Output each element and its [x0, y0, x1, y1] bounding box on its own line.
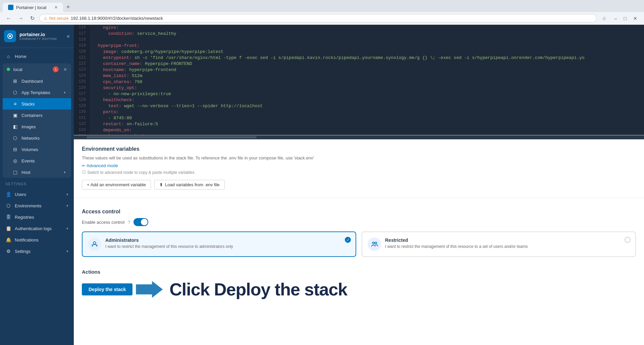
env-close-btn[interactable]: ✕: [63, 67, 67, 72]
sidebar-item-users[interactable]: 👤 Users ▾: [0, 189, 74, 200]
logo-area: portainer.io COMMUNITY EDITION «: [0, 25, 74, 48]
code-line: 132 restart: on-failure:5: [74, 121, 644, 127]
line-content: hostname: hyperpipe-frontend: [90, 67, 644, 73]
svg-point-3: [93, 242, 96, 244]
line-content: security_opt:: [90, 85, 644, 91]
code-line: 127 - no-new-privileges:true: [74, 91, 644, 97]
env-header[interactable]: local 1 ✕: [3, 63, 71, 75]
back-btn[interactable]: ←: [4, 15, 13, 22]
admin-radio[interactable]: [345, 237, 351, 243]
sidebar: portainer.io COMMUNITY EDITION « ⌂ Home …: [0, 25, 74, 345]
sidebar-settings-label: Settings: [15, 249, 31, 254]
code-line: 118: [74, 37, 644, 43]
tab-close-btn[interactable]: ✕: [54, 5, 58, 10]
sidebar-notifications-label: Notifications: [15, 237, 39, 243]
add-env-var-btn[interactable]: + Add an environment variable: [82, 180, 151, 190]
line-content: - 8745:80: [90, 115, 644, 121]
code-editor[interactable]: 116 nginx:117 condition: service_healthy…: [74, 25, 644, 135]
restricted-radio[interactable]: [625, 237, 631, 243]
line-number: 127: [74, 91, 90, 97]
users-icon: 👤: [5, 192, 11, 197]
sidebar-item-notifications[interactable]: 🔔 Notifications: [0, 234, 74, 246]
line-content: [90, 37, 644, 43]
forward-btn[interactable]: →: [16, 15, 25, 22]
networks-icon: ⬡: [12, 135, 18, 141]
line-content: cpu_shares: 768: [90, 79, 644, 85]
new-tab-btn[interactable]: +: [63, 2, 73, 12]
users-chevron: ▾: [66, 192, 68, 197]
sidebar-collapse-btn[interactable]: «: [67, 33, 70, 39]
horizontal-scrollbar[interactable]: [74, 135, 644, 139]
access-control-toggle[interactable]: [133, 218, 148, 226]
line-number: 116: [74, 25, 90, 31]
registries-icon: 🗄: [5, 214, 11, 220]
maximize-btn[interactable]: □: [621, 15, 629, 22]
env-local-label: local: [13, 67, 22, 72]
line-number: 125: [74, 79, 90, 85]
sidebar-item-volumes[interactable]: ⊟ Volumes: [3, 144, 71, 155]
sidebar-stacks-label: Stacks: [21, 101, 35, 107]
sidebar-item-stacks[interactable]: ≡ Stacks: [3, 98, 71, 110]
logo-icon: [4, 30, 16, 42]
line-content: container_name: Hyperpipe-FRONTEND: [90, 61, 644, 67]
close-btn[interactable]: ✕: [631, 15, 640, 22]
deploy-stack-btn[interactable]: Deploy the stack: [82, 283, 132, 295]
line-number: 122: [74, 61, 90, 67]
sidebar-images-label: Images: [21, 124, 36, 129]
sidebar-item-registries[interactable]: 🗄 Registries: [0, 211, 74, 223]
line-number: 134: [74, 133, 90, 135]
restricted-card[interactable]: Restricted I want to restrict the manage…: [362, 231, 636, 257]
line-number: 133: [74, 127, 90, 133]
window-controls: – □ ✕: [612, 15, 640, 22]
line-content: depends_on:: [90, 127, 644, 133]
sidebar-item-environments[interactable]: ⬡ Environments ▾: [0, 200, 74, 211]
code-line: 124 mem_limit: 512m: [74, 73, 644, 79]
advanced-mode-label: Advanced mode: [87, 163, 118, 168]
sidebar-item-settings[interactable]: ⚙ Settings ▾: [0, 246, 74, 257]
minimize-btn[interactable]: –: [612, 15, 620, 22]
click-deploy-text: Click Deploy the stack: [169, 279, 347, 299]
load-env-file-btn[interactable]: ⬆ Load variables from .env file: [154, 180, 225, 190]
line-content: healthcheck:: [90, 97, 644, 103]
sidebar-item-containers[interactable]: ▣ Containers: [3, 110, 71, 121]
dashboard-icon: ⊞: [12, 78, 18, 84]
restricted-icon: [368, 237, 381, 251]
line-number: 132: [74, 121, 90, 127]
app: portainer.io COMMUNITY EDITION « ⌂ Home …: [0, 25, 644, 345]
admin-card-text: Administrators I want to restrict the ma…: [105, 237, 233, 249]
code-line: 126 security_opt:: [74, 85, 644, 91]
advanced-mode-link[interactable]: ✏ Advanced mode: [82, 163, 636, 168]
sidebar-item-auth-logs[interactable]: 📋 Authentication logs ▾: [0, 223, 74, 234]
env-btn-group: + Add an environment variable ⬆ Load var…: [82, 180, 636, 190]
toggle-help-icon: ?: [128, 220, 130, 225]
line-content: - no-new-privileges:true: [90, 91, 644, 97]
enable-access-label: Enable access control: [82, 220, 124, 225]
sidebar-item-home[interactable]: ⌂ Home: [0, 51, 74, 62]
line-number: 119: [74, 43, 90, 49]
sidebar-registries-label: Registries: [15, 215, 34, 220]
url-text: 192.168.1.18:9000/#!/2/docker/stacks/new…: [71, 16, 163, 21]
sidebar-host-label: Host: [21, 170, 31, 175]
restricted-card-desc: I want to restrict the management of thi…: [385, 244, 528, 249]
sidebar-item-images[interactable]: ◧ Images: [3, 121, 71, 132]
refresh-btn[interactable]: ↻: [28, 14, 37, 22]
address-bar[interactable]: ⚠ Not secure 192.168.1.18:9000/#!/2/dock…: [39, 14, 597, 22]
sidebar-item-events[interactable]: ◎ Events: [3, 155, 71, 166]
sidebar-item-networks[interactable]: ⬡ Networks: [3, 132, 71, 144]
svg-point-6: [373, 242, 375, 244]
sidebar-item-host[interactable]: ▢ Host ▾: [3, 166, 71, 178]
load-btn-label: Load variables from .env file: [165, 182, 220, 187]
line-number: 123: [74, 67, 90, 73]
administrators-card[interactable]: Administrators I want to restrict the ma…: [82, 231, 356, 257]
sidebar-item-app-templates[interactable]: ⬡ App Templates ▾: [3, 87, 71, 98]
bookmark-btn[interactable]: ☆: [599, 15, 609, 22]
active-tab[interactable]: Portainer | local ✕: [3, 3, 63, 12]
code-line: 128 healthcheck:: [74, 97, 644, 103]
sidebar-item-dashboard[interactable]: ⊞ Dashboard: [3, 75, 71, 87]
code-line: 123 hostname: hyperpipe-frontend: [74, 67, 644, 73]
line-number: 124: [74, 73, 90, 79]
line-number: 131: [74, 115, 90, 121]
line-content: condition: service_healthy: [90, 31, 644, 37]
edit-icon: ✏: [82, 163, 85, 168]
stacks-icon: ≡: [12, 101, 18, 107]
